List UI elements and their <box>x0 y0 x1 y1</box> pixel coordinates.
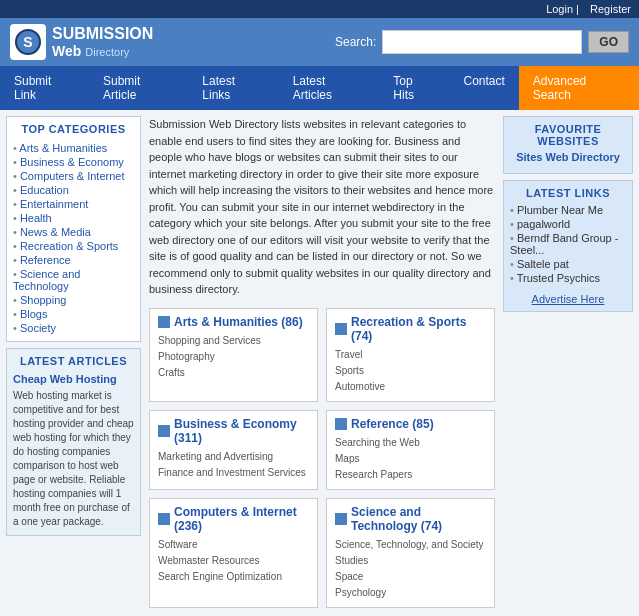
logo-text-area: SUBMISSION Web Directory <box>52 24 153 60</box>
categories-grid: Arts & Humanities (86) Shopping and Serv… <box>149 308 495 617</box>
sidebar-item-news[interactable]: News & Media <box>13 225 134 239</box>
nav-submit-article[interactable]: Submit Article <box>89 66 188 110</box>
sidebar-item-business[interactable]: Business & Economy <box>13 155 134 169</box>
cat-reference-subs: Searching the Web Maps Research Papers <box>335 435 486 483</box>
latest-links-box: LATEST LINKS Plumber Near Me pagalworld … <box>503 180 633 312</box>
cat-sub-travel[interactable]: Travel <box>335 347 486 363</box>
sidebar-item-society[interactable]: Society <box>13 321 134 335</box>
latest-articles-box: LATEST ARTICLES Cheap Web Hosting Web ho… <box>6 348 141 536</box>
cat-arts: Arts & Humanities (86) Shopping and Serv… <box>149 308 318 402</box>
header: S SUBMISSION Web Directory Search: GO <box>0 18 639 66</box>
nav-contact[interactable]: Contact <box>450 66 519 110</box>
cat-sub-science-soc[interactable]: Science, Technology, and Society Studies <box>335 537 486 569</box>
cat-sub-research[interactable]: Research Papers <box>335 467 486 483</box>
search-label: Search: <box>335 35 376 49</box>
cat-sub-software[interactable]: Software <box>158 537 309 553</box>
cat-arts-link[interactable]: Arts & Humanities (86) <box>174 315 303 329</box>
sidebar-item-science[interactable]: Science and Technology <box>13 267 134 293</box>
sidebar-item-blogs[interactable]: Blogs <box>13 307 134 321</box>
cat-sub-psychology[interactable]: Psychology <box>335 585 486 601</box>
favourite-websites-box: FAVOURITE WEBSITES Sites Web Directory <box>503 116 633 174</box>
nav-latest-links[interactable]: Latest Links <box>188 66 278 110</box>
cat-reference: Reference (85) Searching the Web Maps Re… <box>326 410 495 490</box>
nav: Submit Link Submit Article Latest Links … <box>0 66 639 110</box>
sidebar-item-recreation[interactable]: Recreation & Sports <box>13 239 134 253</box>
right-link-pagalworld[interactable]: pagalworld <box>510 217 626 231</box>
cat-sub-sports[interactable]: Sports <box>335 363 486 379</box>
top-categories-title: TOP CATEGORIES <box>13 123 134 135</box>
article-title: Cheap Web Hosting <box>13 373 134 385</box>
center-content: Submission Web Directory lists websites … <box>141 116 503 616</box>
logo-icon: S <box>10 24 46 60</box>
cat-sub-finance[interactable]: Finance and Investment Services <box>158 465 309 481</box>
sidebar-item-health[interactable]: Health <box>13 211 134 225</box>
left-sidebar: TOP CATEGORIES Arts & Humanities Busines… <box>6 116 141 616</box>
right-link-berndf[interactable]: Berndf Band Group - Steel... <box>510 231 626 257</box>
svg-text:S: S <box>23 34 32 50</box>
main-content: TOP CATEGORIES Arts & Humanities Busines… <box>0 110 639 616</box>
right-link-plumber[interactable]: Plumber Near Me <box>510 203 626 217</box>
cat-computers-icon <box>158 513 170 525</box>
cat-reference-icon <box>335 418 347 430</box>
cat-reference-title: Reference (85) <box>335 417 486 431</box>
cat-business-link[interactable]: Business & Economy (311) <box>174 417 309 445</box>
sites-web-directory-link[interactable]: Sites Web Directory <box>510 151 626 163</box>
nav-top-hits[interactable]: Top Hits <box>379 66 449 110</box>
advertise-here-link[interactable]: Advertise Here <box>510 293 626 305</box>
login-link[interactable]: Login <box>546 3 573 15</box>
cat-business: Business & Economy (311) Marketing and A… <box>149 410 318 490</box>
cat-sub-space[interactable]: Space <box>335 569 486 585</box>
cat-computers: Computers & Internet (236) Software Webm… <box>149 498 318 608</box>
cat-arts-title: Arts & Humanities (86) <box>158 315 309 329</box>
cat-sub-searching[interactable]: Searching the Web <box>335 435 486 451</box>
latest-articles-title: LATEST ARTICLES <box>13 355 134 367</box>
sidebar-item-entertainment[interactable]: Entertainment <box>13 197 134 211</box>
right-link-trusted[interactable]: Trusted Psychics <box>510 271 626 285</box>
cat-science-icon <box>335 513 347 525</box>
register-link[interactable]: Register <box>590 3 631 15</box>
cat-recreation-link[interactable]: Recreation & Sports (74) <box>351 315 486 343</box>
cat-science-subs: Science, Technology, and Society Studies… <box>335 537 486 601</box>
cat-sub-seo[interactable]: Search Engine Optimization <box>158 569 309 585</box>
cat-business-subs: Marketing and Advertising Finance and In… <box>158 449 309 481</box>
cat-computers-link[interactable]: Computers & Internet (236) <box>174 505 309 533</box>
cat-sub-webmaster[interactable]: Webmaster Resources <box>158 553 309 569</box>
cat-reference-link[interactable]: Reference (85) <box>351 417 434 431</box>
logo-area: S SUBMISSION Web Directory <box>10 24 153 60</box>
cat-science-title: Science and Technology (74) <box>335 505 486 533</box>
sidebar-item-arts[interactable]: Arts & Humanities <box>13 141 134 155</box>
intro-text: Submission Web Directory lists websites … <box>149 116 495 298</box>
search-input[interactable] <box>382 30 582 54</box>
sidebar-item-education[interactable]: Education <box>13 183 134 197</box>
cat-sub-crafts[interactable]: Crafts <box>158 365 309 381</box>
sidebar-item-computers[interactable]: Computers & Internet <box>13 169 134 183</box>
latest-links-title: LATEST LINKS <box>510 187 626 199</box>
nav-advanced-search[interactable]: Advanced Search <box>519 66 639 110</box>
cat-sub-automotive[interactable]: Automotive <box>335 379 486 395</box>
search-go-button[interactable]: GO <box>588 31 629 53</box>
top-categories-box: TOP CATEGORIES Arts & Humanities Busines… <box>6 116 141 342</box>
nav-latest-articles[interactable]: Latest Articles <box>279 66 380 110</box>
right-link-saltele[interactable]: Saltele pat <box>510 257 626 271</box>
top-bar: Login | Register <box>0 0 639 18</box>
logo-submission: SUBMISSION <box>52 24 153 43</box>
cat-sub-shopping[interactable]: Shopping and Services <box>158 333 309 349</box>
cat-recreation-icon <box>335 323 347 335</box>
article-text: Web hosting market is competitive and fo… <box>13 389 134 529</box>
sidebar-item-shopping[interactable]: Shopping <box>13 293 134 307</box>
nav-submit-link[interactable]: Submit Link <box>0 66 89 110</box>
cat-sub-maps[interactable]: Maps <box>335 451 486 467</box>
cat-business-title: Business & Economy (311) <box>158 417 309 445</box>
right-sidebar: FAVOURITE WEBSITES Sites Web Directory L… <box>503 116 633 616</box>
sidebar-item-reference[interactable]: Reference <box>13 253 134 267</box>
favourite-title: FAVOURITE WEBSITES <box>510 123 626 147</box>
logo-web: Web <box>52 43 81 60</box>
cat-sub-photography[interactable]: Photography <box>158 349 309 365</box>
cat-recreation-subs: Travel Sports Automotive <box>335 347 486 395</box>
cat-science-link[interactable]: Science and Technology (74) <box>351 505 486 533</box>
cat-arts-icon <box>158 316 170 328</box>
cat-sub-marketing[interactable]: Marketing and Advertising <box>158 449 309 465</box>
cat-computers-subs: Software Webmaster Resources Search Engi… <box>158 537 309 585</box>
cat-computers-title: Computers & Internet (236) <box>158 505 309 533</box>
cat-arts-subs: Shopping and Services Photography Crafts <box>158 333 309 381</box>
